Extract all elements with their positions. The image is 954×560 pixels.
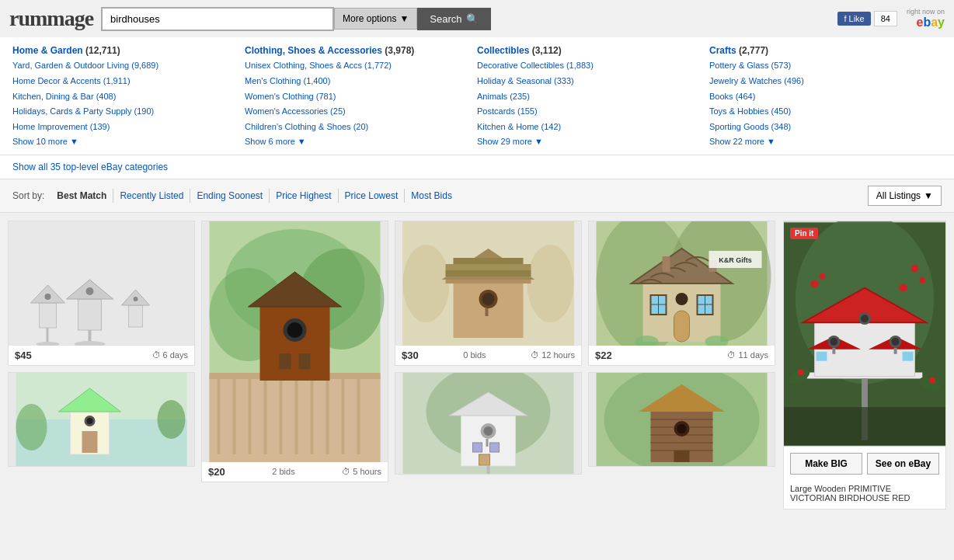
sort-options: Sort by: Best Match Recently Listed Endi… — [12, 189, 458, 203]
product-image-4 — [395, 221, 581, 346]
clock-icon-3: ⏱ — [342, 467, 350, 476]
cat-link-home-improvement[interactable]: Home Improvement (139) — [12, 120, 237, 135]
svg-rect-124 — [816, 352, 827, 361]
svg-point-63 — [484, 426, 493, 436]
svg-rect-36 — [326, 377, 329, 454]
cat-link-kitchen-dining[interactable]: Kitchen, Dining & Bar (408) — [12, 89, 237, 105]
all-listings-button[interactable]: All Listings ▼ — [868, 186, 942, 206]
product-card-3[interactable]: $20 2 bids ⏱ 5 hours — [201, 221, 388, 482]
featured-image: Pin it — [784, 221, 945, 447]
cat-link-decorative[interactable]: Decorative Collectibles (1,883) — [477, 58, 702, 74]
products-grid: $45 ⏱ 6 days — [8, 221, 775, 482]
birdhouse-svg-6: K&R Gifts — [589, 221, 775, 346]
product-image-2 — [9, 373, 194, 466]
svg-point-118 — [892, 338, 900, 346]
show-more-collectibles[interactable]: Show 29 more ▼ — [477, 137, 543, 146]
svg-rect-83 — [663, 256, 670, 272]
facebook-like-button[interactable]: f Like — [837, 12, 870, 26]
svg-rect-81 — [674, 311, 690, 342]
show-all-link[interactable]: Show all 35 top-level eBay categories — [12, 162, 168, 172]
product-column-4: K&R Gifts $22 ⏱ 11 days — [588, 221, 775, 482]
make-big-button[interactable]: Make BIG — [790, 453, 862, 475]
search-button[interactable]: Search 🔍 — [417, 8, 490, 30]
sort-recently-listed[interactable]: Recently Listed — [113, 189, 190, 203]
product-bids-3: 2 bids — [272, 467, 294, 476]
birdhouse-svg-5 — [395, 373, 581, 474]
svg-point-105 — [820, 273, 826, 280]
cat-link-yard-garden[interactable]: Yard, Garden & Outdoor Living (9,689) — [12, 58, 237, 74]
cat-link-holidays-cards[interactable]: Holidays, Cards & Party Supply (190) — [12, 104, 237, 120]
product-column-2: $20 2 bids ⏱ 5 hours — [201, 221, 388, 482]
product-card-1[interactable]: $45 ⏱ 6 days — [8, 221, 195, 366]
search-input[interactable] — [101, 7, 334, 31]
see-on-ebay-button[interactable]: See on eBay — [867, 453, 939, 475]
svg-point-20 — [87, 418, 93, 424]
cat-link-womens-accessories[interactable]: Women's Accessories (25) — [245, 104, 469, 120]
cat-link-collectibles-header[interactable]: Collectibles — [477, 45, 529, 56]
cat-link-childrens[interactable]: Children's Clothing & Shoes (20) — [245, 120, 469, 135]
birdhouse-svg-4 — [395, 221, 581, 346]
product-card-5[interactable] — [395, 372, 582, 475]
cat-link-home-decor[interactable]: Home Decor & Accents (1,911) — [12, 74, 237, 89]
cat-link-postcards[interactable]: Postcards (155) — [477, 104, 702, 120]
cat-link-womens[interactable]: Women's Clothing (781) — [245, 89, 469, 105]
show-more-clothing[interactable]: Show 6 more ▼ — [245, 137, 306, 146]
svg-point-82 — [676, 293, 688, 305]
header: rummage More options ▼ Search 🔍 f Like 8… — [0, 0, 954, 37]
search-label: Search — [430, 13, 461, 25]
cat-link-sporting[interactable]: Sporting Goods (348) — [709, 120, 934, 135]
ebay-a: a — [931, 16, 938, 29]
cat-link-books[interactable]: Books (464) — [709, 89, 934, 105]
cat-link-crafts-header[interactable]: Crafts — [709, 45, 736, 56]
cat-link-home-garden-header[interactable]: Home & Garden — [12, 45, 83, 56]
sort-price-lowest[interactable]: Price Lowest — [339, 189, 406, 203]
product-info-3: $20 2 bids ⏱ 5 hours — [202, 462, 388, 482]
svg-point-9 — [134, 297, 138, 301]
cat-link-unisex[interactable]: Unisex Clothing, Shoes & Accs (1,772) — [245, 58, 469, 74]
cat-link-toys[interactable]: Toys & Hobbies (450) — [709, 104, 934, 120]
dropdown-icon: ▼ — [399, 13, 409, 24]
cat-link-clothing-header[interactable]: Clothing, Shoes & Accessories — [245, 45, 382, 56]
facebook-icon: f — [844, 14, 846, 23]
search-bar: More options ▼ Search 🔍 — [101, 7, 567, 31]
birdhouse-svg-7 — [589, 373, 775, 466]
cat-link-pottery[interactable]: Pottery & Glass (573) — [709, 58, 934, 74]
cat-link-animals[interactable]: Animals (235) — [477, 89, 702, 105]
sort-most-bids[interactable]: Most Bids — [405, 189, 458, 203]
sort-best-match[interactable]: Best Match — [50, 189, 113, 203]
clock-icon-6: ⏱ — [727, 350, 736, 360]
svg-rect-4 — [40, 303, 57, 328]
svg-rect-33 — [280, 377, 283, 454]
more-options-button[interactable]: More options ▼ — [334, 8, 417, 30]
sort-price-highest[interactable]: Price Highest — [270, 189, 338, 203]
product-card-2[interactable] — [8, 372, 195, 467]
product-time-3: ⏱ 5 hours — [342, 467, 381, 476]
cat-link-jewelry[interactable]: Jewelry & Watches (496) — [709, 74, 934, 89]
svg-rect-37 — [342, 377, 345, 454]
product-time-1: ⏱ 6 days — [152, 350, 188, 360]
svg-rect-126 — [784, 407, 945, 446]
cat-link-holiday-seasonal[interactable]: Holiday & Seasonal (333) — [477, 74, 702, 89]
svg-point-129 — [798, 370, 804, 376]
svg-point-130 — [929, 377, 935, 383]
show-all-categories: Show all 35 top-level eBay categories — [0, 155, 954, 179]
cat-link-mens[interactable]: Men's Clothing (1,400) — [245, 74, 469, 89]
header-right: f Like 84 right now on ebay — [837, 8, 945, 30]
ebay-b: b — [923, 16, 931, 29]
svg-point-108 — [900, 284, 907, 292]
sort-ending-soonest[interactable]: Ending Soonest — [190, 189, 270, 203]
svg-point-21 — [16, 404, 47, 450]
product-card-7[interactable] — [588, 372, 775, 467]
cat-link-kitchen-home[interactable]: Kitchen & Home (142) — [477, 120, 702, 135]
featured-panel: Pin it Make BIG See on eBay Large Wooden… — [783, 221, 946, 510]
svg-point-107 — [919, 277, 925, 283]
show-more-crafts[interactable]: Show 22 more ▼ — [709, 137, 775, 146]
svg-point-42 — [287, 322, 303, 338]
product-card-4[interactable]: $30 0 bids ⏱ 12 hours — [395, 221, 582, 366]
pin-badge[interactable]: Pin it — [790, 228, 818, 239]
product-card-6[interactable]: K&R Gifts $22 ⏱ 11 days — [588, 221, 775, 366]
like-label: Like — [849, 14, 865, 23]
show-more-home-garden[interactable]: Show 10 more ▼ — [12, 137, 78, 146]
product-image-3 — [202, 221, 388, 462]
clock-icon-1: ⏱ — [152, 350, 161, 360]
